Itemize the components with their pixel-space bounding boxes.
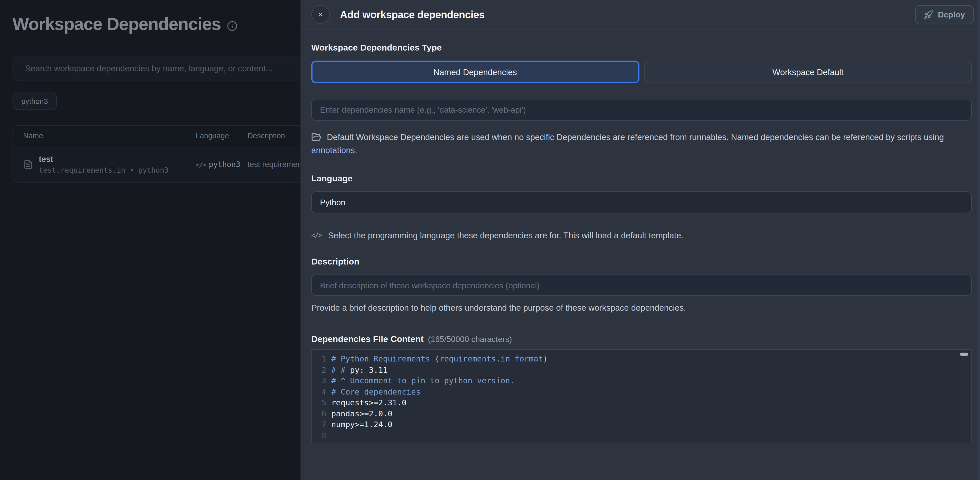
code-line: 2# # py: 3.11 <box>317 364 971 375</box>
column-header-language: Language <box>196 131 247 140</box>
description-input[interactable] <box>311 274 972 296</box>
code-line: 4# Core dependencies <box>317 386 971 397</box>
editor-scrollbar-track <box>963 350 963 443</box>
line-number: 2 <box>317 364 326 375</box>
row-file-info: test.requirements.in • python3 <box>39 166 169 174</box>
code-text: numpy>=1.24.0 <box>331 419 392 430</box>
language-helper: </> Select the programming language thes… <box>311 231 972 240</box>
row-name: test <box>39 154 169 164</box>
line-number: 6 <box>317 408 326 419</box>
line-number: 8 <box>317 430 326 441</box>
type-section-label: Workspace Dependencies Type <box>311 43 972 53</box>
row-language-cell: </> python3 <box>196 160 247 169</box>
code-line-empty: 8 <box>317 430 971 441</box>
line-number: 7 <box>317 419 326 430</box>
type-tabs: Named Dependencies Workspace Default <box>311 61 972 83</box>
line-number: 5 <box>317 397 326 408</box>
dependencies-name-input[interactable] <box>311 99 972 121</box>
info-text: Default Workspace Dependencies are used … <box>327 132 944 142</box>
annotations-link[interactable]: annotations. <box>311 146 357 155</box>
description-helper: Provide a brief description to help othe… <box>311 303 972 313</box>
code-line: 5requests>=2.31.0 <box>317 397 971 408</box>
content-label: Dependencies File Content <box>311 334 423 344</box>
code-line: 6pandas>=2.0.0 <box>317 408 971 419</box>
dependencies-file-editor[interactable]: 1# Python Requirements (requirements.in … <box>311 349 972 443</box>
tab-workspace-default[interactable]: Workspace Default <box>644 61 972 83</box>
content-label-row: Dependencies File Content (165/50000 cha… <box>311 334 972 344</box>
modal-title: Add workspace dependencies <box>340 8 485 20</box>
character-counter: (165/50000 characters) <box>428 335 512 344</box>
line-number: 1 <box>317 353 326 364</box>
file-text-icon <box>23 159 33 169</box>
modal-scrollbar[interactable] <box>977 0 980 480</box>
language-select[interactable]: Python <box>311 191 972 213</box>
code-line: 1# Python Requirements (requirements.in … <box>317 353 971 364</box>
code-text: pandas>=2.0.0 <box>331 408 392 419</box>
code-icon: </> <box>196 160 206 168</box>
code-line: 3# ^ Uncomment to pin to python version. <box>317 375 971 386</box>
line-number: 3 <box>317 375 326 386</box>
row-name-stack: test test.requirements.in • python3 <box>39 154 169 174</box>
deploy-label: Deploy <box>938 10 965 19</box>
app-viewport: Workspace Dependencies python3 Name Lang… <box>0 0 980 480</box>
code-text: # Core dependencies <box>331 386 421 397</box>
deploy-button[interactable]: Deploy <box>915 5 974 25</box>
close-icon: × <box>318 10 323 19</box>
code-icon: </> <box>311 231 322 239</box>
folder-open-icon <box>311 132 321 142</box>
code-text: requests>=2.31.0 <box>331 397 407 408</box>
code-text: # ^ Uncomment to pin to python version. <box>331 375 515 386</box>
add-workspace-dependencies-modal: × Add workspace dependencies Deploy Work… <box>301 0 980 480</box>
language-helper-text: Select the programming language these de… <box>328 231 683 240</box>
editor-scrollbar-thumb[interactable] <box>960 353 968 356</box>
code-text: # # py: 3.11 <box>331 364 388 375</box>
row-name-cell: test test.requirements.in • python3 <box>13 154 196 174</box>
row-language: python3 <box>209 160 240 169</box>
close-button[interactable]: × <box>311 5 330 24</box>
info-icon <box>227 20 238 31</box>
tab-named-dependencies[interactable]: Named Dependencies <box>311 61 639 83</box>
info-paragraph: Default Workspace Dependencies are used … <box>311 131 972 157</box>
language-label: Language <box>311 173 972 183</box>
modal-body: Workspace Dependencies Type Named Depend… <box>301 43 980 443</box>
column-header-name: Name <box>13 131 196 140</box>
modal-header: × Add workspace dependencies Deploy <box>301 0 980 30</box>
line-number: 4 <box>317 386 326 397</box>
description-label: Description <box>311 256 972 266</box>
code-line: 7numpy>=1.24.0 <box>317 419 971 430</box>
filter-tag-python3[interactable]: python3 <box>13 92 57 110</box>
code-text: # Python Requirements (requirements.in f… <box>331 353 548 364</box>
page-title: Workspace Dependencies <box>13 14 221 34</box>
rocket-icon <box>924 10 933 19</box>
